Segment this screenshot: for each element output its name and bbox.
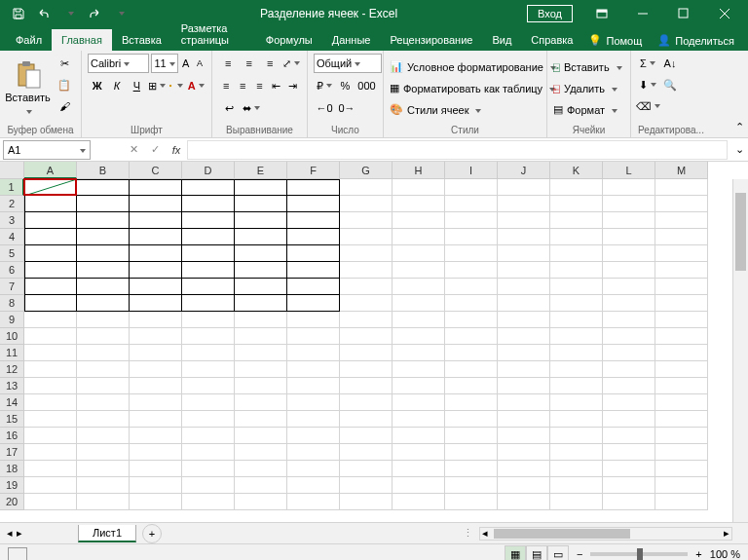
cell[interactable] <box>77 279 130 295</box>
cell[interactable] <box>445 262 498 279</box>
cell[interactable] <box>287 394 340 411</box>
cell[interactable] <box>235 245 287 262</box>
cell[interactable] <box>182 179 235 196</box>
cell[interactable] <box>655 196 708 212</box>
cell[interactable] <box>655 345 708 361</box>
cell[interactable] <box>287 494 340 510</box>
italic-button[interactable]: К <box>107 76 126 95</box>
cell[interactable] <box>77 345 130 361</box>
cell[interactable] <box>445 245 498 262</box>
cell[interactable] <box>498 328 550 345</box>
percent-button[interactable]: % <box>335 76 355 95</box>
column-header[interactable]: C <box>130 162 182 179</box>
cell[interactable] <box>24 477 77 494</box>
scrollbar-thumb[interactable] <box>735 193 746 271</box>
cell[interactable] <box>603 494 655 510</box>
cell[interactable] <box>235 328 287 345</box>
cell[interactable] <box>182 229 235 245</box>
cell[interactable] <box>24 328 77 345</box>
cell[interactable] <box>445 212 498 229</box>
cell[interactable] <box>445 378 498 394</box>
cell[interactable] <box>498 212 550 229</box>
split-handle-icon[interactable]: ⋮ <box>463 527 473 540</box>
cell[interactable] <box>498 312 550 328</box>
cell[interactable] <box>393 229 445 245</box>
column-header[interactable]: M <box>655 162 708 179</box>
cell[interactable] <box>77 312 130 328</box>
tab-review[interactable]: Рецензирование <box>380 29 482 51</box>
cell[interactable] <box>603 312 655 328</box>
cell[interactable] <box>445 328 498 345</box>
column-header[interactable]: J <box>498 162 550 179</box>
cell[interactable] <box>550 461 603 477</box>
save-button[interactable] <box>8 3 29 24</box>
cell[interactable] <box>603 411 655 428</box>
cell[interactable] <box>287 196 340 212</box>
row-header[interactable]: 16 <box>0 428 24 444</box>
cell[interactable] <box>655 179 708 196</box>
cell[interactable] <box>340 295 393 312</box>
cell[interactable] <box>393 394 445 411</box>
cell[interactable] <box>340 378 393 394</box>
cell[interactable] <box>550 212 603 229</box>
zoom-slider[interactable] <box>590 552 688 556</box>
cell[interactable] <box>77 179 130 196</box>
cell[interactable] <box>182 494 235 510</box>
cell[interactable] <box>235 461 287 477</box>
cell[interactable] <box>340 494 393 510</box>
cell[interactable] <box>498 494 550 510</box>
cell[interactable] <box>603 428 655 444</box>
sort-filter-button[interactable]: A↓ <box>659 54 681 73</box>
cell[interactable] <box>603 394 655 411</box>
cell[interactable] <box>77 378 130 394</box>
cell[interactable] <box>393 428 445 444</box>
increase-font-button[interactable]: A <box>180 54 192 73</box>
tab-data[interactable]: Данные <box>322 29 381 51</box>
cell[interactable] <box>603 262 655 279</box>
cell[interactable] <box>498 229 550 245</box>
cell[interactable] <box>550 345 603 361</box>
format-cells-button[interactable]: ▤Формат <box>553 100 624 120</box>
cell[interactable] <box>340 428 393 444</box>
cell[interactable] <box>182 312 235 328</box>
tab-file[interactable]: Файл <box>6 29 52 51</box>
cell[interactable] <box>24 229 77 245</box>
cell[interactable] <box>77 328 130 345</box>
cell[interactable] <box>235 394 287 411</box>
record-macro-button[interactable] <box>8 547 27 560</box>
column-header[interactable]: L <box>603 162 655 179</box>
cell[interactable] <box>235 179 287 196</box>
cell[interactable] <box>77 229 130 245</box>
row-header[interactable]: 14 <box>0 394 24 411</box>
share-button[interactable]: 👤Поделиться <box>652 30 740 51</box>
cell[interactable] <box>550 312 603 328</box>
align-center-button[interactable]: ≡ <box>235 76 250 95</box>
decrease-decimal-button[interactable]: 0→ <box>336 98 357 118</box>
cell[interactable] <box>24 428 77 444</box>
cell[interactable] <box>287 312 340 328</box>
cell[interactable] <box>287 279 340 295</box>
row-header[interactable]: 5 <box>0 245 24 262</box>
zoom-out-button[interactable]: − <box>577 548 582 560</box>
cell[interactable] <box>393 378 445 394</box>
cell[interactable] <box>498 361 550 378</box>
cell[interactable] <box>130 494 182 510</box>
cell[interactable] <box>182 428 235 444</box>
cell[interactable] <box>655 328 708 345</box>
cell[interactable] <box>445 229 498 245</box>
page-break-view-button[interactable]: ▭ <box>547 545 569 560</box>
cell[interactable] <box>550 179 603 196</box>
cell[interactable] <box>550 328 603 345</box>
cell[interactable] <box>130 212 182 229</box>
cell[interactable] <box>498 428 550 444</box>
cell[interactable] <box>130 428 182 444</box>
cell[interactable] <box>340 196 393 212</box>
cell[interactable] <box>182 411 235 428</box>
merge-button[interactable]: ⬌ <box>241 98 262 118</box>
cut-button[interactable]: ✂ <box>54 54 75 73</box>
cell[interactable] <box>287 262 340 279</box>
cell[interactable] <box>77 394 130 411</box>
cell[interactable] <box>130 394 182 411</box>
cell[interactable] <box>655 312 708 328</box>
bold-button[interactable]: Ж <box>88 76 106 95</box>
